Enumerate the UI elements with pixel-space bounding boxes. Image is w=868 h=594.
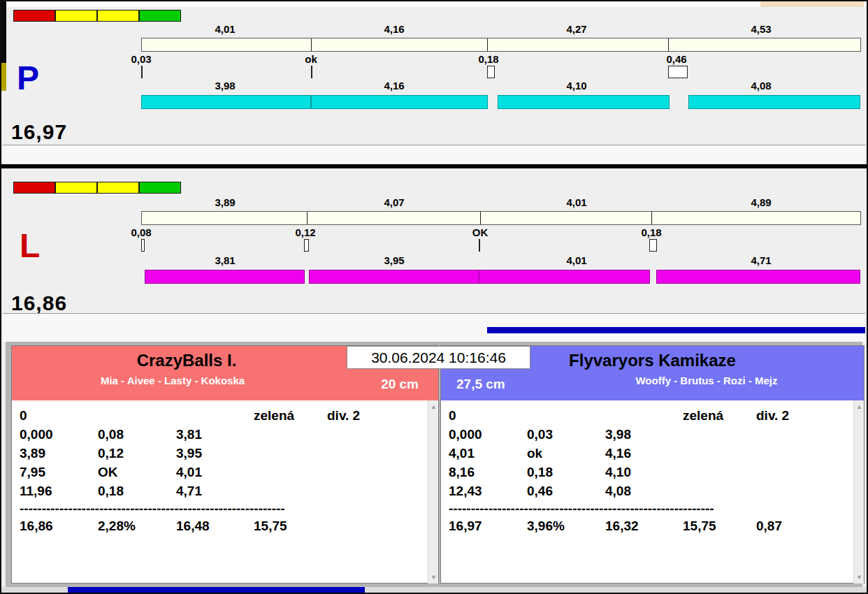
- cell: 3,89: [20, 444, 98, 463]
- cell: [683, 425, 756, 444]
- changeover-l-2: 0,12: [281, 226, 330, 238]
- ideal-segment: [142, 38, 312, 51]
- cell: 11,96: [20, 481, 98, 500]
- progress-bar: [487, 327, 865, 333]
- cell: [756, 463, 850, 481]
- changeover-l-3: OK: [456, 226, 505, 238]
- start-light-red: [13, 182, 55, 194]
- ideal-time-bar-l: [141, 211, 861, 225]
- start-lights-p: [13, 10, 181, 22]
- summary-row: 16,973,96%16,3215,750,87: [449, 516, 850, 535]
- run-segment-l-4: [656, 270, 860, 284]
- cell: 0: [20, 406, 98, 425]
- cell: 0,12: [98, 444, 176, 463]
- cell: [254, 481, 327, 500]
- ideal-segment: [488, 38, 669, 51]
- table-row: 11,960,184,71: [20, 481, 424, 500]
- cell: 2,28%: [98, 516, 176, 535]
- changeover-tick: [311, 66, 312, 78]
- changeover-gap-box: [649, 239, 657, 252]
- changeover-l-4: 0,18: [627, 226, 676, 238]
- run-split-p-2: 4,16: [366, 80, 422, 92]
- ideal-split-l-2: 4,07: [366, 196, 422, 208]
- cell: 4,01: [449, 444, 527, 463]
- ideal-split-l-3: 4,01: [549, 196, 605, 208]
- cell: 0,18: [98, 481, 176, 500]
- start-light-yellow2: [97, 10, 139, 22]
- titlebar-tan-box: [760, 1, 864, 7]
- ideal-split-l-4: 4,89: [733, 196, 789, 208]
- cell: [254, 463, 327, 481]
- cell: [327, 444, 424, 463]
- ideal-segment: [312, 38, 488, 51]
- taskbar-item: [68, 587, 365, 593]
- cell: [254, 425, 327, 444]
- changeover-tick: [479, 239, 480, 252]
- ideal-segment: [652, 212, 860, 224]
- cell: [605, 406, 683, 425]
- scroll-down-icon[interactable]: ▼: [428, 572, 438, 582]
- cell: 15,75: [683, 516, 756, 535]
- changeover-gap-box: [304, 239, 309, 252]
- titlebar-strip: [1, 1, 867, 7]
- run-segment-p-1: [141, 95, 311, 109]
- jump-height-right: 27,5 cm: [456, 377, 505, 392]
- scrollbar[interactable]: ▲ ▼: [428, 400, 438, 584]
- scroll-up-icon[interactable]: ▲: [854, 402, 864, 412]
- cell: 8,16: [449, 463, 527, 481]
- ideal-split-l-1: 3,89: [197, 196, 253, 208]
- cell: [756, 481, 850, 500]
- changeover-p-2: ok: [287, 53, 335, 65]
- cell: [683, 444, 756, 463]
- run-segment-l-3: [479, 270, 650, 284]
- cell: 0,03: [527, 425, 605, 444]
- start-light-green: [139, 182, 181, 194]
- changeover-gap-box: [141, 239, 145, 252]
- cell: zelená: [254, 406, 327, 425]
- run-split-p-3: 4,10: [549, 80, 605, 92]
- cell: 0,000: [20, 425, 98, 444]
- changeover-p-4: 0,46: [652, 53, 701, 65]
- team-name-left: CrazyBalls I.: [12, 346, 361, 370]
- table-row: 8,160,184,10: [449, 463, 850, 481]
- table-row: 4,01ok4,16: [449, 444, 850, 463]
- scroll-down-icon[interactable]: ▼: [854, 572, 864, 582]
- cell: 16,86: [20, 516, 98, 535]
- lane-label-p: P: [17, 61, 39, 95]
- ideal-segment: [142, 212, 308, 224]
- cell: 4,16: [605, 444, 683, 463]
- cell: zelená: [683, 406, 756, 425]
- datetime-display: 30.06.2024 10:16:46: [347, 346, 530, 369]
- changeover-l-1: 0,08: [117, 226, 166, 238]
- scrollbar[interactable]: ▲ ▼: [853, 400, 864, 584]
- cell: 7,95: [20, 463, 98, 481]
- cell: [327, 425, 424, 444]
- cell: 0: [449, 406, 527, 425]
- cell: [756, 444, 850, 463]
- cell: 12,43: [449, 481, 527, 500]
- changeover-gap-box: [487, 66, 495, 78]
- run-split-l-1: 3,81: [197, 254, 253, 266]
- cell: [683, 463, 756, 481]
- cell: [327, 463, 424, 481]
- ideal-segment: [669, 38, 860, 51]
- cell: 0,18: [527, 463, 605, 481]
- cell: [176, 406, 254, 425]
- team-dogs-left: Mia - Aivee - Lasty - Kokoska: [12, 375, 333, 386]
- start-light-red: [13, 10, 55, 22]
- separator-row: ----------------------------------------…: [449, 500, 850, 516]
- table-row: 0,0000,083,81: [20, 425, 424, 444]
- cell: [327, 516, 424, 535]
- scroll-up-icon[interactable]: ▲: [428, 402, 438, 412]
- ideal-split-p-3: 4,27: [549, 23, 605, 35]
- cell: [683, 481, 756, 500]
- cell: div. 2: [756, 406, 850, 425]
- cell: 15,75: [254, 516, 327, 535]
- ideal-time-bar-p: [141, 38, 861, 52]
- run-split-p-1: 3,98: [197, 80, 253, 92]
- team-results-right: 0zelenádiv. 2 0,0000,033,98 4,01ok4,16 8…: [441, 400, 864, 584]
- table-row: 3,890,123,95: [20, 444, 424, 463]
- changeover-p-1: 0,03: [117, 53, 166, 65]
- cell: [756, 425, 850, 444]
- run-split-p-4: 4,08: [733, 80, 789, 92]
